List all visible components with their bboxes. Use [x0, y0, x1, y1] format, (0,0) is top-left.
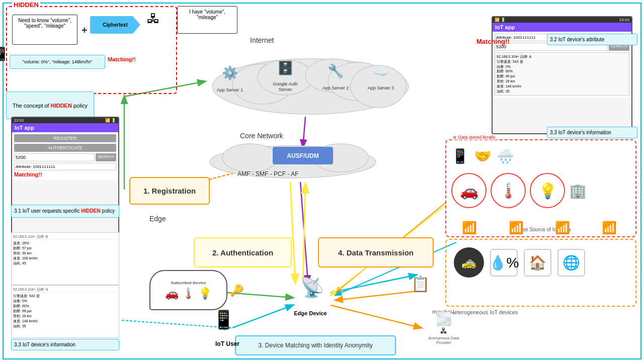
matching-left: Matching!!: [14, 171, 116, 177]
svg-line-5: [290, 182, 295, 283]
server-icon-top: 🖧: [147, 11, 160, 27]
box-3-2: 3.2 IoT device's attribute: [547, 34, 637, 45]
anon-provider-box: 🌫️ 🖧 Anonymous Data Provider: [421, 311, 466, 345]
status-bar-right: 📶 🔋 22:03: [493, 17, 631, 23]
phone-icon: 📱: [0, 46, 9, 62]
has-volume-box: I have "volume", "mileage": [177, 6, 237, 34]
hidden-label: HIDDEN: [12, 1, 40, 9]
svg-line-10: [331, 305, 421, 328]
iot-user-label: IoT User: [207, 340, 248, 347]
anon-cloud-icon: 🌫️: [421, 311, 466, 327]
concept-hidden-box: The concept of HIDDEN policy: [6, 92, 94, 119]
thermometer-icon: 🌡️: [182, 287, 195, 300]
house-icon: 🏠: [524, 249, 551, 277]
request-hidden-box: 3.1 IoT user requests specific HIDDEN po…: [11, 205, 119, 218]
iot-app-content-left: REGISTER AUTHENTICATE 5200 SEARCH Attrib…: [12, 132, 118, 179]
key-icon: 🔑: [230, 284, 244, 297]
svg-line-8: [232, 305, 293, 328]
car-cloud-icon: 🚕: [454, 247, 484, 278]
rain-source-icon: 🌧️: [497, 148, 514, 164]
device-matching-box: 3. Device Matching with Identity Anonymi…: [235, 335, 396, 355]
svg-text:⚙️: ⚙️: [222, 65, 238, 81]
anon-label: Anonymous Data Provider: [421, 336, 466, 345]
svg-text:Server: Server: [279, 87, 292, 92]
matching-right-label: Matching!!: [476, 38, 510, 45]
bulb-circle-icon: 💡: [530, 173, 565, 208]
svg-text:App Server 1: App Server 1: [217, 87, 244, 93]
svg-point-33: [222, 144, 278, 172]
info-box-3-3-left: 3.3 IoT device's information: [11, 339, 119, 350]
wifi-icon-4: 📶: [602, 221, 617, 235]
search-input-left[interactable]: 5200: [14, 153, 95, 161]
edge-device-label: Edge Device: [290, 310, 331, 316]
wifi-icons-row: 📶 📶 📶 📶: [446, 221, 632, 235]
edge-device-icon: 📡: [300, 277, 324, 299]
main-container: HIDDEN Need to know "volume", "speed", "…: [3, 3, 641, 359]
svg-line-7: [331, 275, 416, 293]
ausf-udm-box: AUSF/UDM: [273, 147, 333, 164]
building-icon: 🏢: [569, 173, 587, 208]
data-panel-1: 92.168.0.110+ 品牌: B 溫度: 35% 胎壓: 57 psi 里…: [11, 232, 119, 285]
hidden-highlight: HIDDEN: [51, 103, 72, 109]
data-panel-2: 92.168.0.104+ 品牌: A 引擎溫度: 543 度 油量: 0% 胎…: [11, 285, 119, 338]
iot-app-header-left: IoT app: [12, 123, 118, 132]
iot-source-icons-bottom: 🚗 🌡️ 💡 🏢: [451, 173, 587, 208]
document-icon: 📋: [411, 275, 430, 293]
svg-text:Google Auth: Google Auth: [273, 81, 298, 86]
bulb-icon: 💡: [198, 287, 212, 300]
authenticate-btn[interactable]: AUTHENTICATE: [14, 144, 116, 152]
phone-source-icon: 📱: [451, 148, 469, 164]
globe-icon: 🌐: [557, 249, 585, 277]
svg-text:🔧: 🔧: [328, 63, 344, 79]
hidden-policy-box: HIDDEN Need to know "volume", "speed", "…: [6, 6, 177, 94]
ciphertext-box: Ciphertext: [90, 16, 140, 34]
iot-app-header-right: IoT app: [493, 23, 631, 32]
svg-text:App Server 2: App Server 2: [323, 85, 349, 90]
data-panel-right: 92.168.0.104+ 品牌: A 引擎溫度: 543 度 油量: 0% 胎…: [495, 52, 629, 96]
iot-user-phone: 📱: [212, 309, 235, 330]
svg-text:App Server 3: App Server 3: [368, 85, 394, 90]
anon-network-icon: 🖧: [421, 327, 466, 335]
hetero-iot-box: 🚕 💧% 🏠 🌐: [445, 239, 636, 307]
svg-line-4: [300, 182, 308, 283]
registration-box: 1. Registration: [129, 177, 210, 205]
svg-text:☁️: ☁️: [373, 63, 389, 79]
svg-text:🗄️: 🗄️: [277, 60, 294, 76]
plus-sign: +: [82, 25, 88, 36]
need-to-know-box: Need to know "volume", "speed", "mileage…: [12, 15, 77, 45]
wifi-icon-3: 📶: [555, 221, 570, 235]
wifi-icon-1: 📶: [462, 221, 477, 235]
authentication-box: 2. Authentication: [194, 237, 292, 267]
internet-cloud: ⚙️ App Server 1 🗄️ Google Auth Server 🔧 …: [197, 41, 424, 114]
box-3-3-right: 3.3 IoT device's information: [547, 127, 637, 138]
matching-label-top: Matching!!: [108, 56, 136, 62]
data-stored-label: ※ Data stored locally: [451, 135, 497, 140]
water-percent-icon: 💧%: [490, 249, 518, 277]
attribute-row-left: Attribute: 1001111111: [14, 163, 116, 170]
thermo-circle-icon: 🌡️: [491, 173, 526, 208]
register-btn[interactable]: REGISTER: [14, 134, 116, 142]
subscribed-icons: 🚗 🌡️ 💡: [165, 287, 212, 300]
iot-source-icons-top: 📱 🤝 🌧️: [451, 148, 514, 164]
amf-label: AMF - SMF - PCF - AF: [237, 170, 298, 177]
edge-label: Edge: [149, 215, 166, 223]
status-bar-left: 22:02 📶 🔋: [12, 118, 118, 123]
car-icon: 🚗: [165, 287, 179, 300]
svg-line-6: [303, 185, 305, 283]
hand-source-icon: 🤝: [474, 148, 492, 164]
hetero-icons: 🚕 💧% 🏠 🌐: [454, 247, 585, 278]
car-circle-icon: 🚗: [451, 173, 487, 208]
volume-value-box: "volume: 0%", "mileage: 148km/hr": [10, 55, 105, 69]
search-btn-left[interactable]: SEARCH: [96, 153, 116, 161]
search-row: 5200 SEARCH: [14, 153, 116, 161]
subscribed-service-label: Subscribed Service: [171, 281, 206, 285]
subscribed-service-bubble: Subscribed Service 🚗 🌡️ 💡: [149, 270, 227, 310]
wifi-icon-2: 📶: [509, 221, 524, 235]
data-transmission-box: 4. Data Transmission: [318, 237, 434, 267]
